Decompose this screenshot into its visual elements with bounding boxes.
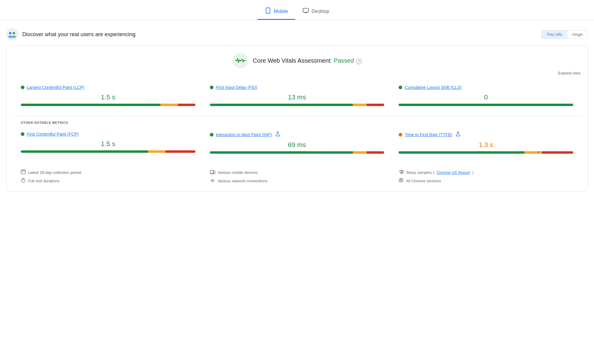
mobile-tab-label: Mobile bbox=[274, 9, 288, 14]
footer-item-chrome: All Chrome versions bbox=[399, 178, 573, 184]
svg-line-34 bbox=[399, 180, 400, 181]
timer-icon bbox=[21, 178, 26, 184]
svg-point-11 bbox=[240, 60, 241, 61]
chrome-ux-report-link[interactable]: Chrome UX Report bbox=[437, 170, 470, 175]
footer-item-collection: Latest 28-day collection period bbox=[21, 169, 195, 175]
footer-item-samples: Many samples (Chrome UX Report) bbox=[399, 169, 573, 175]
cls-label-row: Cumulative Layout Shift (CLS) bbox=[399, 85, 573, 90]
ttfb-bar bbox=[399, 151, 573, 154]
fcp-bar-green bbox=[21, 150, 148, 153]
fcp-bar-red bbox=[166, 150, 195, 153]
inp-bar-green bbox=[210, 151, 353, 154]
section-divider bbox=[14, 116, 580, 116]
footer-col-1: Latest 28-day collection period Full vis… bbox=[14, 169, 203, 184]
cwv-assessment-status: Passed bbox=[334, 57, 354, 64]
ttfb-lab-icon bbox=[456, 132, 460, 137]
fid-dot bbox=[210, 86, 213, 89]
footer-item-devices: Various mobile devices bbox=[210, 169, 384, 175]
inp-lab-icon bbox=[276, 132, 280, 137]
calendar-icon bbox=[21, 169, 26, 175]
real-users-icon bbox=[6, 28, 18, 40]
svg-line-33 bbox=[402, 180, 403, 181]
fcp-dot bbox=[21, 132, 24, 136]
ttfb-bar-marker bbox=[538, 151, 539, 154]
inp-bar bbox=[210, 151, 384, 154]
svg-point-12 bbox=[243, 60, 244, 61]
svg-point-8 bbox=[8, 36, 12, 38]
svg-point-1 bbox=[268, 12, 268, 13]
network-icon bbox=[210, 178, 215, 184]
footer-item-network: Various network connections bbox=[210, 178, 384, 184]
footer-visit-text: Full visit durations bbox=[28, 179, 59, 183]
metric-fid: First Input Delay (FID) 13 ms bbox=[203, 80, 392, 111]
desktop-tab-label: Desktop bbox=[311, 9, 329, 14]
cls-name[interactable]: Cumulative Layout Shift (CLS) bbox=[405, 85, 461, 90]
cls-dot bbox=[399, 86, 402, 89]
lcp-bar bbox=[21, 104, 195, 106]
lcp-value: 1.5 s bbox=[21, 93, 195, 101]
fid-label-row: First Input Delay (FID) bbox=[210, 85, 384, 90]
inp-bar-red bbox=[367, 151, 384, 154]
footer-chrome-text: All Chrome versions bbox=[406, 179, 441, 183]
fid-bar-orange bbox=[353, 104, 367, 106]
desktop-icon bbox=[302, 7, 309, 15]
origin-button[interactable]: Origin bbox=[567, 30, 588, 39]
cls-bar bbox=[399, 104, 573, 106]
metric-ttfb: Time to First Byte (TTFB) 1.3 s bbox=[391, 127, 580, 158]
ttfb-name[interactable]: Time to First Byte (TTFB) bbox=[405, 132, 452, 137]
ttfb-dot bbox=[399, 133, 402, 136]
fid-name[interactable]: First Input Delay (FID) bbox=[216, 85, 258, 90]
fcp-label-row: First Contentful Paint (FCP) bbox=[21, 132, 195, 136]
lcp-bar-orange bbox=[160, 104, 178, 106]
tab-desktop[interactable]: Desktop bbox=[295, 4, 336, 20]
svg-point-7 bbox=[13, 32, 15, 34]
fid-value: 13 ms bbox=[210, 93, 384, 101]
fcp-name[interactable]: First Contentful Paint (FCP) bbox=[27, 132, 79, 136]
metric-fcp: First Contentful Paint (FCP) 1.5 s bbox=[14, 127, 203, 158]
secondary-metrics-grid: First Contentful Paint (FCP) 1.5 s Inter… bbox=[14, 127, 580, 158]
expand-view[interactable]: Expand view bbox=[14, 71, 580, 75]
header-title: Discover what your real users are experi… bbox=[22, 31, 135, 38]
inp-name[interactable]: Interaction to Next Paint (INP) bbox=[216, 132, 272, 137]
inp-value: 69 ms bbox=[210, 141, 384, 149]
cwv-help-icon[interactable]: ? bbox=[356, 59, 362, 64]
main-card: Core Web Vitals Assessment: Passed ? Exp… bbox=[6, 45, 588, 191]
tab-mobile[interactable]: Mobile bbox=[258, 4, 295, 20]
ttfb-bar-green bbox=[399, 151, 524, 154]
footer-row: Latest 28-day collection period Full vis… bbox=[14, 165, 580, 184]
other-metrics-label: OTHER NOTABLE METRICS bbox=[14, 121, 580, 124]
samples-icon bbox=[399, 169, 404, 175]
ttfb-label-row: Time to First Byte (TTFB) bbox=[399, 132, 573, 137]
footer-item-visit: Full visit durations bbox=[21, 178, 195, 184]
svg-rect-2 bbox=[303, 8, 308, 12]
svg-point-31 bbox=[400, 180, 402, 181]
pulse-icon bbox=[235, 57, 246, 64]
footer-devices-text: Various mobile devices bbox=[218, 170, 258, 175]
fcp-bar-orange bbox=[148, 150, 166, 153]
this-url-button[interactable]: This URL bbox=[542, 30, 567, 39]
lcp-dot bbox=[21, 86, 24, 89]
metric-lcp: Largest Contentful Paint (LCP) 1.5 s bbox=[14, 80, 203, 111]
fcp-value: 1.5 s bbox=[21, 140, 195, 148]
fcp-bar-marker bbox=[145, 150, 145, 153]
footer-collection-text: Latest 28-day collection period bbox=[28, 170, 81, 175]
fid-bar bbox=[210, 104, 384, 106]
mobile-icon bbox=[265, 7, 271, 15]
primary-metrics-grid: Largest Contentful Paint (LCP) 1.5 s Fir… bbox=[14, 80, 580, 111]
metric-inp: Interaction to Next Paint (INP) 69 ms bbox=[203, 127, 392, 158]
cls-bar-marker bbox=[547, 104, 548, 106]
fid-bar-green bbox=[210, 104, 353, 106]
ttfb-value: 1.3 s bbox=[399, 141, 573, 149]
svg-point-28 bbox=[401, 170, 404, 173]
url-origin-toggle: This URL Origin bbox=[541, 30, 588, 39]
footer-samples-text: Many samples ( bbox=[406, 170, 434, 175]
header-left: Discover what your real users are experi… bbox=[6, 28, 135, 40]
footer-col-3: Many samples (Chrome UX Report) All Chro… bbox=[391, 169, 580, 184]
svg-point-9 bbox=[12, 36, 16, 38]
svg-point-5 bbox=[6, 29, 18, 40]
fcp-bar bbox=[21, 150, 195, 153]
mobile-devices-icon bbox=[210, 169, 215, 175]
svg-point-26 bbox=[212, 182, 213, 183]
footer-network-text: Various network connections bbox=[218, 179, 267, 183]
lcp-name[interactable]: Largest Contentful Paint (LCP) bbox=[27, 85, 84, 90]
